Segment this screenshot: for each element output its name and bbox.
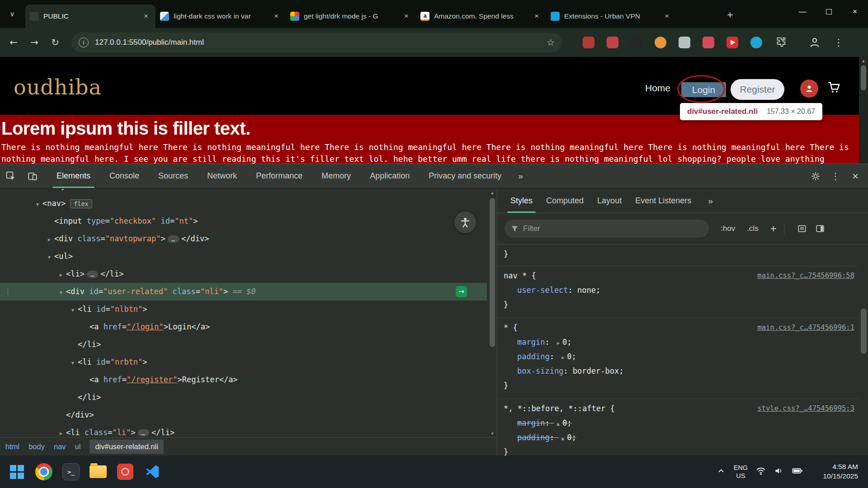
tree-node[interactable]: ▾<ul> bbox=[0, 248, 487, 265]
css-property[interactable]: margin: ▸0; bbox=[497, 416, 859, 430]
browser-tab[interactable]: get light/drk mode js - G× bbox=[286, 5, 416, 28]
tab-close-icon[interactable]: × bbox=[401, 11, 411, 21]
page-scrollbar-thumb[interactable] bbox=[861, 65, 866, 90]
sidebar-tab-event-listeners[interactable]: Event Listeners bbox=[628, 189, 698, 213]
breadcrumb-item[interactable]: html bbox=[5, 442, 19, 451]
scroll-into-view-icon[interactable]: → bbox=[456, 286, 467, 297]
element-class-toggle[interactable]: .cls bbox=[747, 224, 759, 233]
more-content-icon[interactable]: … bbox=[138, 429, 149, 436]
css-selector-line[interactable]: style.css?_…475456995:3*, *::before, *::… bbox=[497, 401, 859, 416]
device-toolbar-button[interactable] bbox=[22, 164, 43, 188]
tree-node[interactable]: <a href="/login">Login</a> bbox=[0, 318, 487, 336]
new-tab-button[interactable]: + bbox=[722, 7, 738, 23]
new-style-rule-button[interactable]: + bbox=[770, 222, 777, 235]
tree-node[interactable]: </li> bbox=[0, 389, 487, 406]
expand-value-icon[interactable]: ▸ bbox=[557, 421, 560, 427]
breadcrumb-item[interactable]: body bbox=[28, 442, 45, 451]
tree-node[interactable]: </div> bbox=[0, 406, 487, 424]
stylesheet-link[interactable]: main.css?_c…475456996:1 bbox=[757, 320, 854, 335]
devtools-tab-privacy-and-security[interactable]: Privacy and security bbox=[419, 164, 511, 188]
signal-icon[interactable] bbox=[607, 37, 618, 48]
browser-tab[interactable]: Extensions - Urban VPN× bbox=[546, 5, 676, 28]
devtools-settings-button[interactable] bbox=[806, 164, 826, 188]
tree-node[interactable]: ▾<body bbox=[0, 189, 487, 195]
devtools-tab-sources[interactable]: Sources bbox=[149, 164, 198, 188]
tree-node[interactable]: ▾<div id="user-related" class="nli"> == … bbox=[0, 283, 487, 300]
browser-tab[interactable]: PUBLIC× bbox=[25, 5, 156, 28]
href-link[interactable]: "/login" bbox=[127, 322, 164, 331]
tab-close-icon[interactable]: × bbox=[271, 11, 281, 21]
devtools-tab-memory[interactable]: Memory bbox=[312, 164, 360, 188]
stylesheet-link[interactable]: main.css?_c…75456996:58 bbox=[757, 268, 854, 283]
more-panels-button[interactable]: » bbox=[511, 164, 530, 188]
maximize-button[interactable] bbox=[816, 0, 842, 23]
chevron-collapsed-icon[interactable]: ▸ bbox=[56, 425, 66, 437]
tree-node[interactable]: ▸<li>…</li> bbox=[0, 265, 487, 283]
sidebar-tab-layout[interactable]: Layout bbox=[590, 189, 628, 213]
nav-home-link[interactable]: Home bbox=[645, 83, 670, 94]
devtools-menu-button[interactable]: ⋮ bbox=[826, 164, 845, 188]
css-property[interactable]: padding: ▸0; bbox=[497, 349, 859, 364]
breadcrumb-item[interactable]: div#user-related.nli bbox=[90, 440, 163, 454]
address-bar[interactable]: i 127.0.0.1:5500/public/main.html ☆ bbox=[71, 33, 562, 52]
elements-scrollbar-thumb[interactable] bbox=[490, 198, 495, 347]
tab-search-button[interactable]: ∨ bbox=[5, 6, 20, 22]
battery-icon[interactable] bbox=[792, 465, 803, 478]
inspect-element-button[interactable] bbox=[0, 164, 22, 188]
chevron-expanded-icon[interactable]: ▾ bbox=[68, 301, 78, 319]
chevron-expanded-icon[interactable]: ▾ bbox=[68, 354, 78, 372]
scroll-up-icon[interactable]: ▴ bbox=[488, 190, 497, 196]
devtools-tab-performance[interactable]: Performance bbox=[246, 164, 312, 188]
tree-node[interactable]: ▾<li id="nlbtn"> bbox=[0, 300, 487, 318]
css-property[interactable]: margin: ▸0; bbox=[497, 335, 859, 349]
sidebar-tab-computed[interactable]: Computed bbox=[539, 189, 590, 213]
chrome-taskbar-icon[interactable] bbox=[33, 461, 54, 482]
css-property[interactable]: padding: ▸0; bbox=[497, 430, 859, 445]
terminal-taskbar-icon[interactable]: >_ bbox=[61, 461, 81, 482]
chevron-expanded-icon[interactable]: ▾ bbox=[56, 284, 66, 301]
sidebar-tab-styles[interactable]: Styles bbox=[504, 189, 539, 213]
stylesheet-link[interactable]: style.css?_…475456995:3 bbox=[757, 401, 854, 416]
file-explorer-taskbar-icon[interactable] bbox=[88, 461, 108, 482]
tab-close-icon[interactable]: × bbox=[532, 11, 542, 21]
hidden-icons-button[interactable] bbox=[717, 466, 726, 477]
css-property[interactable]: user-select: none; bbox=[497, 283, 859, 297]
pseudo-state-toggle[interactable]: :hov bbox=[721, 224, 735, 233]
devtools-tab-application[interactable]: Application bbox=[360, 164, 419, 188]
tree-node[interactable]: ▾<nav>flex bbox=[0, 195, 487, 212]
devtools-close-button[interactable]: × bbox=[845, 164, 865, 188]
url-text[interactable]: 127.0.0.1:5500/public/main.html bbox=[95, 38, 547, 47]
silver-grid-icon[interactable] bbox=[679, 37, 690, 48]
browser-menu-button[interactable]: ⋮ bbox=[832, 37, 845, 48]
chevron-expanded-icon[interactable]: ▾ bbox=[44, 249, 54, 266]
tree-node[interactable]: <a href="/register">Register</a> bbox=[0, 371, 487, 389]
close-window-button[interactable]: × bbox=[842, 0, 868, 23]
extensions-puzzle-icon[interactable] bbox=[776, 36, 787, 49]
tab-close-icon[interactable]: × bbox=[141, 11, 151, 21]
taskbar-clock[interactable]: 4:58 AM 10/15/2025 bbox=[811, 462, 858, 481]
computed-styles-icon[interactable] bbox=[794, 221, 810, 236]
pink-chart-icon[interactable] bbox=[703, 37, 714, 48]
accessibility-tree-button[interactable] bbox=[454, 211, 476, 233]
styles-scrollbar-thumb[interactable] bbox=[861, 309, 867, 354]
browser-tab[interactable]: aAmazon.com. Spend less× bbox=[416, 5, 546, 28]
breadcrumb-item[interactable]: nav bbox=[54, 442, 66, 451]
tree-node[interactable]: ▸<li class="li">…</li> bbox=[0, 424, 487, 437]
row-menu-icon[interactable]: ⋮ bbox=[5, 283, 11, 300]
back-button[interactable]: ← bbox=[5, 33, 23, 52]
dark-app-icon[interactable] bbox=[631, 37, 642, 48]
more-sidebar-tabs-button[interactable]: » bbox=[708, 189, 713, 213]
devtools-tab-console[interactable]: Console bbox=[100, 164, 149, 188]
chevron-collapsed-icon[interactable]: ▸ bbox=[44, 231, 54, 249]
cart-icon[interactable] bbox=[827, 80, 840, 96]
video-play-icon[interactable] bbox=[726, 37, 738, 48]
page-scrollbar[interactable]: ▴ bbox=[859, 57, 868, 164]
site-info-icon[interactable]: i bbox=[79, 38, 89, 47]
profile-avatar[interactable] bbox=[807, 34, 823, 51]
tree-node[interactable]: <input type="checkbox" id="nt"> bbox=[0, 212, 487, 230]
speaker-icon[interactable] bbox=[774, 466, 784, 478]
chevron-expanded-icon[interactable]: ▾ bbox=[33, 196, 42, 213]
expand-value-icon[interactable]: ▸ bbox=[557, 340, 560, 346]
vscode-taskbar-icon[interactable] bbox=[142, 461, 163, 482]
reload-button[interactable]: ↻ bbox=[46, 33, 64, 52]
